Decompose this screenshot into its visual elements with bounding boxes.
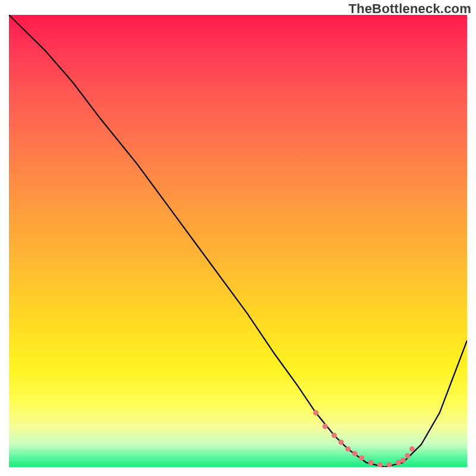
valley-marker-dot [396, 460, 401, 465]
valley-marker-dot [409, 446, 415, 452]
valley-marker-dot [368, 460, 374, 465]
plot-area [9, 15, 467, 467]
valley-marker-dot [359, 455, 364, 461]
valley-marker-dot [331, 433, 337, 438]
valley-marker-dot [313, 410, 318, 415]
valley-marker-dot [405, 453, 410, 459]
valley-marker-dot [377, 462, 383, 467]
chart-container: TheBottleneck.com [0, 0, 476, 476]
bottleneck-curve [9, 15, 467, 467]
valley-marker-dot [322, 424, 328, 429]
valley-marker-dot [400, 458, 406, 463]
curve-svg [9, 15, 467, 467]
valley-marker-dot [339, 440, 344, 445]
valley-marker-dot [387, 462, 392, 467]
valley-marker-dot [345, 446, 350, 452]
valley-markers [313, 410, 415, 467]
valley-marker-dot [352, 451, 358, 456]
watermark-text: TheBottleneck.com [349, 1, 471, 17]
